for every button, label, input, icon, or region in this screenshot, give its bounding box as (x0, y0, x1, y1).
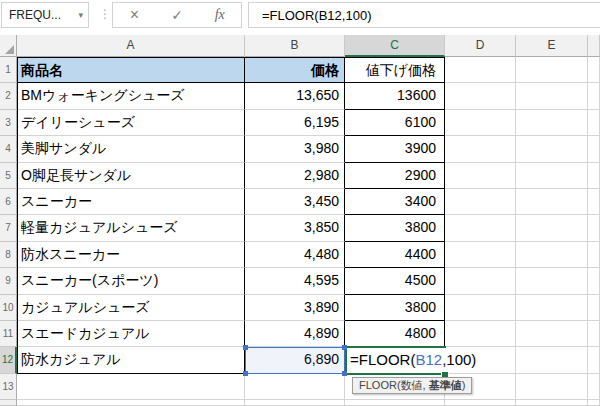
cell-A3[interactable]: デイリーシューズ (17, 110, 245, 136)
cell-C8[interactable]: 4400 (345, 242, 445, 268)
cell-C7[interactable]: 3800 (345, 215, 445, 241)
row-header-4[interactable]: 4 (0, 136, 17, 162)
cell-E9[interactable] (516, 268, 588, 294)
formula-input[interactable]: =FLOOR(B12,100) (248, 2, 600, 28)
cell-filler (588, 83, 600, 109)
cell-B6[interactable]: 3,450 (245, 189, 345, 215)
cell-B11[interactable]: 4,890 (245, 321, 345, 347)
row-header-9[interactable]: 9 (0, 268, 17, 294)
cell-E2[interactable] (516, 83, 588, 109)
cell-A10[interactable]: カジュアルシューズ (17, 295, 245, 321)
cell-C1[interactable]: 値下げ価格 (345, 57, 445, 83)
column-header-E[interactable]: E (516, 35, 588, 57)
cell-C9[interactable]: 4500 (345, 268, 445, 294)
cell-E6[interactable] (516, 189, 588, 215)
cell-B13[interactable] (245, 374, 345, 400)
enter-icon[interactable]: ✓ (156, 7, 199, 23)
column-header-B[interactable]: B (245, 35, 345, 57)
grid-row-4: 4美脚サンダル3,9803900 (0, 136, 600, 162)
ref-handle-icon[interactable] (243, 345, 248, 350)
cell-D10[interactable] (445, 295, 516, 321)
grid-row-5: 5O脚足長サンダル2,9802900 (0, 163, 600, 189)
cell-E3[interactable] (516, 110, 588, 136)
cell-B8[interactable]: 4,480 (245, 242, 345, 268)
grid-row-1: 1商品名価格値下げ価格 (0, 57, 600, 83)
cell-E1[interactable] (516, 57, 588, 83)
select-all-corner[interactable] (0, 35, 17, 57)
cell-A4[interactable]: 美脚サンダル (17, 136, 245, 162)
column-header-C[interactable]: C (345, 35, 445, 57)
cell-filler (588, 57, 600, 83)
cell-C2[interactable]: 13600 (345, 83, 445, 109)
cell-C4[interactable]: 3900 (345, 136, 445, 162)
cell-A13[interactable] (17, 374, 245, 400)
cell-C6[interactable]: 3400 (345, 189, 445, 215)
column-header-A[interactable]: A (17, 35, 245, 57)
row-header-13[interactable]: 13 (0, 374, 17, 400)
cell-E4[interactable] (516, 136, 588, 162)
cell-A6[interactable]: スニーカー (17, 189, 245, 215)
cell-A1[interactable]: 商品名 (17, 57, 245, 83)
cell-B7[interactable]: 3,850 (245, 215, 345, 241)
cell-A11[interactable]: スエードカジュアル (17, 321, 245, 347)
cell-E7[interactable] (516, 215, 588, 241)
cell-B4[interactable]: 3,980 (245, 136, 345, 162)
ref-handle-icon[interactable] (342, 371, 347, 376)
row-header-7[interactable]: 7 (0, 215, 17, 241)
cell-C11[interactable]: 4800 (345, 321, 445, 347)
cancel-icon[interactable]: × (113, 6, 156, 24)
formula-buttons-group: × ✓ fx (112, 2, 242, 28)
table-left-border (17, 57, 18, 374)
cell-C5[interactable]: 2900 (345, 163, 445, 189)
name-box[interactable]: FREQU... ▾ (1, 2, 89, 28)
cell-A9[interactable]: スニーカー(スポーツ) (17, 268, 245, 294)
row-header-6[interactable]: 6 (0, 189, 17, 215)
cell-C3[interactable]: 6100 (345, 110, 445, 136)
insert-function-icon[interactable]: fx (198, 7, 241, 23)
cell-A7[interactable]: 軽量カジュアルシューズ (17, 215, 245, 241)
row-header-3[interactable]: 3 (0, 110, 17, 136)
cell-C10[interactable]: 3800 (345, 295, 445, 321)
active-cell-editor[interactable]: =FLOOR(B12,100) (346, 348, 508, 372)
cell-D7[interactable] (445, 215, 516, 241)
cell-A5[interactable]: O脚足長サンダル (17, 163, 245, 189)
cell-A2[interactable]: BMウォーキングシューズ (17, 83, 245, 109)
row-header-11[interactable]: 11 (0, 321, 17, 347)
cell-D1[interactable] (445, 57, 516, 83)
cell-E5[interactable] (516, 163, 588, 189)
ref-handle-icon[interactable] (342, 345, 347, 350)
cell-D8[interactable] (445, 242, 516, 268)
cell-D6[interactable] (445, 189, 516, 215)
cell-D9[interactable] (445, 268, 516, 294)
cell-E11[interactable] (516, 321, 588, 347)
cell-D2[interactable] (445, 83, 516, 109)
cell-B1[interactable]: 価格 (245, 57, 345, 83)
cell-E13[interactable] (516, 374, 588, 400)
cell-B2[interactable]: 13,650 (245, 83, 345, 109)
column-headers-row: ABCDE (0, 35, 600, 57)
cell-B10[interactable]: 3,890 (245, 295, 345, 321)
cell-B5[interactable]: 2,980 (245, 163, 345, 189)
grid-row-9: 9スニーカー(スポーツ)4,5954500 (0, 268, 600, 294)
cell-D3[interactable] (445, 110, 516, 136)
row-header-2[interactable]: 2 (0, 83, 17, 109)
name-box-dropdown-icon[interactable]: ▾ (78, 10, 83, 20)
cell-E8[interactable] (516, 242, 588, 268)
cell-D11[interactable] (445, 321, 516, 347)
cell-A12[interactable]: 防水カジュアル (17, 347, 245, 373)
row-header-1[interactable]: 1 (0, 57, 17, 83)
ref-handle-icon[interactable] (243, 371, 248, 376)
cell-D5[interactable] (445, 163, 516, 189)
cell-E12[interactable] (516, 347, 588, 373)
row-header-10[interactable]: 10 (0, 295, 17, 321)
cell-B9[interactable]: 4,595 (245, 268, 345, 294)
row-header-5[interactable]: 5 (0, 163, 17, 189)
cell-filler (588, 321, 600, 347)
row-header-12[interactable]: 12 (0, 347, 17, 373)
cell-A8[interactable]: 防水スニーカー (17, 242, 245, 268)
cell-E10[interactable] (516, 295, 588, 321)
row-header-8[interactable]: 8 (0, 242, 17, 268)
cell-D4[interactable] (445, 136, 516, 162)
cell-B3[interactable]: 6,195 (245, 110, 345, 136)
column-header-D[interactable]: D (445, 35, 516, 57)
